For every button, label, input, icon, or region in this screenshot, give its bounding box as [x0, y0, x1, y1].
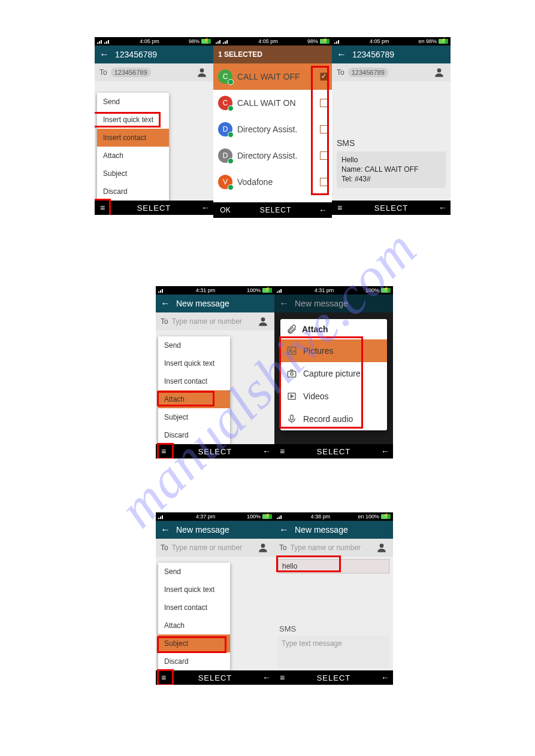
status-time: 4:37 pm: [196, 514, 216, 520]
contact-name: Directory Assist.: [237, 125, 315, 134]
soft-select[interactable]: SELECT: [237, 206, 314, 214]
highlight: [311, 66, 329, 195]
contact-avatar: D: [218, 122, 232, 136]
contact-icon[interactable]: [375, 541, 388, 554]
to-label: To: [279, 544, 287, 552]
soft-select[interactable]: SELECT: [347, 204, 435, 212]
sms-label: SMS: [332, 132, 451, 150]
contact-name: CALL WAIT ON: [237, 98, 315, 108]
selection-header: 1 SELECTED: [213, 45, 332, 63]
to-input[interactable]: Type name or number: [172, 544, 253, 552]
menu-item-subject[interactable]: Subject: [158, 408, 230, 426]
to-bar: To Type name or number: [156, 312, 274, 330]
sms-bubble: Hello Name: CALL WAIT OFF Tel: #43#: [337, 151, 446, 188]
soft-back-icon[interactable]: ←: [198, 203, 213, 212]
menu-item-insert-contact[interactable]: Insert contact: [158, 372, 230, 390]
svg-point-2: [261, 317, 265, 321]
menu-item-send[interactable]: Send: [97, 93, 169, 111]
status-time: 4:31 pm: [315, 287, 334, 293]
signal-icon: [158, 515, 164, 519]
back-icon[interactable]: ←: [161, 524, 170, 535]
status-battery-pct: 100%: [365, 287, 379, 293]
battery-icon: [381, 288, 391, 293]
menu-icon[interactable]: ≡: [274, 447, 290, 456]
screenshot-row1-b: 4:05 pm 98% 1 SELECTED C CALL WAIT OFF C…: [213, 37, 332, 218]
menu-item-send[interactable]: Send: [158, 336, 230, 354]
recipient-chip[interactable]: 123456789: [348, 68, 388, 77]
status-time: 4:05 pm: [258, 38, 278, 44]
soft-back-icon[interactable]: ←: [259, 447, 274, 456]
signal-icon: [158, 289, 164, 293]
soft-back-icon[interactable]: ←: [314, 205, 332, 215]
soft-back-icon[interactable]: ←: [259, 673, 274, 682]
battery-icon: [381, 514, 391, 519]
app-header: ← 123456789: [332, 45, 451, 63]
app-header: ← New message: [156, 294, 274, 312]
back-icon[interactable]: ←: [279, 524, 289, 535]
menu-item-subject[interactable]: Subject: [97, 165, 169, 183]
contact-avatar: D: [218, 148, 232, 163]
signal-icon: [334, 40, 340, 44]
soft-back-icon[interactable]: ←: [377, 673, 393, 682]
signal-icon: [104, 40, 110, 44]
menu-item-insert-contact[interactable]: Insert contact: [97, 129, 169, 147]
sms-line: Hello: [341, 155, 441, 165]
menu-item-attach[interactable]: Attach: [158, 617, 230, 634]
contact-icon[interactable]: [433, 66, 446, 79]
menu-item-discard[interactable]: Discard: [158, 426, 230, 444]
menu-item-discard[interactable]: Discard: [97, 183, 169, 201]
back-icon[interactable]: ←: [161, 298, 170, 309]
soft-select[interactable]: SELECT: [171, 447, 259, 456]
softkey-bar: ≡ SELECT ←: [95, 201, 213, 215]
soft-back-icon[interactable]: ←: [435, 203, 451, 212]
back-icon[interactable]: ←: [337, 49, 346, 60]
screenshot-row2-b: 4:31 pm 100% ← New message Attach: [274, 286, 393, 459]
soft-select[interactable]: SELECT: [110, 204, 198, 212]
recipient-chip[interactable]: 123456789: [111, 68, 151, 77]
contact-icon[interactable]: [256, 315, 270, 328]
message-input[interactable]: Type text message: [278, 636, 389, 668]
header-title: New message: [176, 525, 229, 535]
status-time: 4:05 pm: [140, 38, 159, 44]
soft-back-icon[interactable]: ←: [377, 447, 393, 456]
highlight: [157, 636, 226, 653]
soft-select[interactable]: SELECT: [290, 447, 377, 456]
status-bar: 4:38 pm en 100%: [274, 512, 393, 521]
svg-point-0: [200, 68, 204, 72]
to-label: To: [99, 68, 107, 77]
soft-ok[interactable]: OK: [213, 206, 237, 214]
soft-select[interactable]: SELECT: [290, 673, 377, 682]
menu-item-send[interactable]: Send: [158, 563, 230, 581]
screenshot-row2-a: 4:31 pm 100% ← New message To Type name …: [156, 286, 274, 459]
screenshot-row3-a: 4:37 pm 100% ← New message To Type name …: [156, 512, 274, 685]
menu-item-insert-quick-text[interactable]: Insert quick text: [158, 354, 230, 372]
to-bar: To Type name or number: [156, 539, 274, 557]
menu-item-insert-contact[interactable]: Insert contact: [158, 599, 230, 617]
status-battery-pct: 98%: [307, 38, 318, 44]
contact-icon[interactable]: [256, 541, 270, 554]
highlight: [279, 336, 363, 429]
menu-icon[interactable]: ≡: [332, 203, 347, 212]
to-label: To: [161, 544, 168, 552]
contact-name: CALL WAIT OFF: [237, 72, 315, 81]
menu-icon[interactable]: ≡: [274, 673, 290, 682]
contact-avatar: V: [218, 175, 232, 189]
soft-select[interactable]: SELECT: [171, 673, 259, 682]
menu-item-discard[interactable]: Discard: [158, 652, 230, 670]
menu-item-insert-quick-text[interactable]: Insert quick text: [158, 581, 230, 599]
signal-icon: [277, 289, 283, 293]
screenshot-row1-a: 4:05 pm 98% ← 123456789 To 123456789: [95, 37, 213, 215]
menu-item-attach[interactable]: Attach: [97, 147, 169, 165]
screenshot-row1-c: 4:05 pm en 98% ← 123456789 To 123456789 …: [332, 37, 451, 215]
back-icon[interactable]: ←: [99, 49, 109, 60]
contact-name: Vodafone: [237, 177, 315, 187]
status-bar: 4:37 pm 100%: [156, 512, 274, 521]
to-input[interactable]: Type name or number: [291, 544, 371, 552]
highlight: [95, 199, 111, 215]
status-bar: 4:31 pm 100%: [274, 286, 393, 294]
contact-icon[interactable]: [195, 66, 208, 79]
to-input[interactable]: Type name or number: [172, 317, 253, 326]
status-time: 4:31 pm: [196, 287, 216, 293]
to-bar: To 123456789: [332, 63, 451, 81]
message-body: hello SMS Type text message: [274, 557, 393, 670]
